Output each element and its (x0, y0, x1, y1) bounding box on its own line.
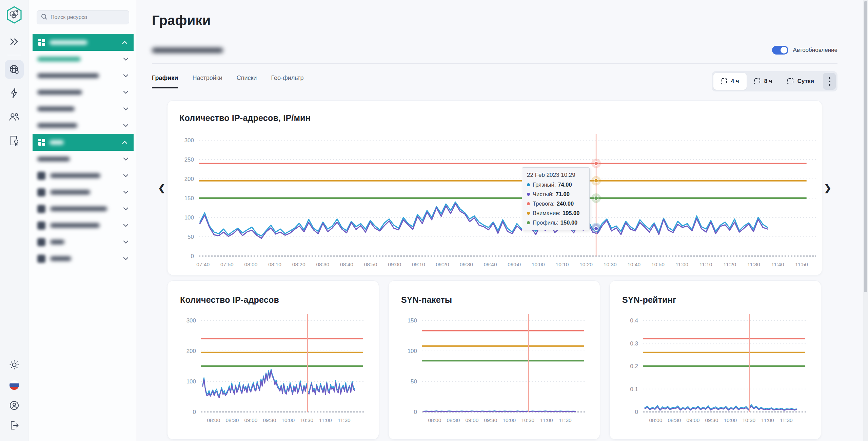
svg-text:10:30: 10:30 (604, 261, 617, 267)
redacted-resource-name (37, 157, 70, 161)
svg-text:09:00: 09:00 (686, 417, 699, 423)
svg-text:08:00: 08:00 (207, 417, 220, 423)
svg-text:50: 50 (411, 378, 417, 385)
scrollbar-thumb[interactable] (864, 1, 867, 292)
svg-text:0: 0 (414, 409, 417, 415)
resource-item[interactable] (28, 217, 136, 234)
chevron-down-icon[interactable] (123, 157, 129, 161)
svg-text:11:00: 11:00 (319, 417, 332, 423)
chevron-down-icon[interactable] (123, 240, 129, 244)
resource-item[interactable] (28, 101, 136, 117)
window-scrollbar[interactable] (863, 0, 868, 441)
chevron-up-icon[interactable] (122, 41, 127, 44)
syn-rating-chart-plot[interactable]: 0.40.30.20.1008:0008:3009:0009:3010:0010… (610, 281, 822, 440)
chevron-down-icon[interactable] (123, 207, 129, 211)
syn-packets-chart-plot[interactable]: 15010050008:0008:3009:0009:3010:0010:301… (389, 281, 600, 440)
tooltip-row: Чистый:71.00 (527, 191, 585, 197)
nav-resources-globe-icon[interactable] (5, 60, 24, 79)
search-input[interactable] (51, 14, 125, 20)
chevron-up-icon[interactable] (122, 141, 127, 144)
chevron-down-icon[interactable] (123, 107, 129, 111)
redacted-resource-name (50, 240, 64, 244)
resource-group-header[interactable] (33, 34, 134, 51)
ip-count-chart-card: Количество IP-адресов 300200100008:0008:… (167, 280, 379, 440)
expand-sidebar-icon[interactable] (9, 37, 19, 47)
resource-item[interactable] (28, 167, 136, 184)
svg-text:10:00: 10:00 (532, 261, 545, 267)
series-dot-icon (527, 183, 530, 186)
main-content: Графики Автообновление Графики Настройки… (136, 0, 868, 441)
chart-scroll-left-icon[interactable]: ❮ (158, 184, 165, 192)
kaspersky-logo-icon (6, 6, 22, 25)
chevron-down-icon[interactable] (123, 174, 129, 177)
range-select-icon (754, 78, 760, 84)
resource-folder-icon (37, 205, 45, 213)
icon-rail (0, 0, 28, 441)
resource-item[interactable] (28, 151, 136, 167)
resource-item[interactable] (28, 250, 136, 267)
chevron-down-icon[interactable] (123, 57, 129, 61)
resource-item[interactable] (28, 184, 136, 201)
tooltip-row: Профиль:150.00 (527, 219, 585, 226)
resource-item[interactable] (28, 117, 136, 134)
redacted-resource-name (37, 107, 75, 111)
chevron-down-icon[interactable] (123, 90, 129, 94)
svg-text:09:30: 09:30 (484, 417, 497, 423)
nav-reports-certificate-icon[interactable] (5, 131, 24, 150)
svg-text:150: 150 (184, 195, 194, 202)
svg-text:09:00: 09:00 (465, 417, 478, 423)
redacted-resource-name (50, 223, 100, 228)
ip-count-chart-plot[interactable]: 300200100008:0008:3009:0009:3010:0010:30… (167, 281, 379, 440)
logout-icon[interactable] (9, 421, 19, 432)
resource-folder-icon (37, 222, 45, 230)
theme-sun-icon[interactable] (9, 360, 19, 371)
chevron-down-icon[interactable] (123, 124, 129, 127)
svg-text:08:00: 08:00 (428, 417, 441, 423)
redacted-resource-name (37, 90, 82, 94)
chevron-down-icon[interactable] (123, 257, 129, 260)
svg-text:09:20: 09:20 (436, 261, 449, 267)
autorefresh-label: Автообновление (793, 47, 837, 54)
tab-lists[interactable]: Списки (237, 75, 257, 88)
svg-text:10:20: 10:20 (579, 261, 593, 267)
svg-text:250: 250 (184, 156, 194, 163)
svg-text:100: 100 (186, 378, 196, 385)
svg-text:09:30: 09:30 (263, 417, 276, 423)
resource-item[interactable] (28, 84, 136, 101)
language-flag-ru-icon[interactable] (9, 380, 19, 392)
svg-text:0.4: 0.4 (630, 317, 638, 324)
nav-users-icon[interactable] (5, 107, 24, 126)
app-window: Графики Автообновление Графики Настройки… (0, 0, 868, 441)
svg-text:10:00: 10:00 (502, 417, 516, 423)
svg-text:0: 0 (191, 253, 194, 259)
tab-graphs[interactable]: Графики (152, 75, 178, 88)
nav-attacks-bolt-icon[interactable] (5, 84, 24, 103)
svg-text:08:10: 08:10 (268, 261, 281, 267)
autorefresh-toggle[interactable] (772, 46, 788, 55)
more-options-kebab-icon[interactable] (823, 73, 836, 90)
resource-item[interactable] (28, 201, 136, 217)
svg-text:10:00: 10:00 (281, 417, 295, 423)
time-range-8h[interactable]: 8 ч (747, 73, 780, 90)
resource-item[interactable] (28, 234, 136, 250)
resource-item[interactable] (28, 67, 136, 84)
chevron-down-icon[interactable] (123, 190, 129, 194)
chart-scroll-right-icon[interactable]: ❯ (824, 184, 831, 192)
chevron-down-icon[interactable] (123, 224, 129, 227)
account-user-icon[interactable] (9, 400, 19, 412)
tab-settings[interactable]: Настройки (192, 75, 222, 88)
resource-group-header[interactable] (33, 134, 134, 151)
resource-search[interactable] (37, 10, 129, 24)
resource-item[interactable] (28, 51, 136, 67)
svg-text:11:00: 11:00 (675, 261, 688, 267)
svg-text:0.2: 0.2 (630, 363, 638, 370)
svg-text:08:30: 08:30 (316, 261, 329, 267)
tab-geofilter[interactable]: Гео-фильтр (271, 75, 303, 88)
time-range-4h[interactable]: 4 ч (713, 73, 747, 90)
header-divider (152, 63, 837, 64)
chevron-down-icon[interactable] (123, 74, 129, 78)
svg-text:10:40: 10:40 (627, 261, 640, 267)
time-range-day[interactable]: Сутки (780, 73, 822, 90)
redacted-resource-name (50, 173, 100, 178)
main-chart-plot[interactable]: 30025020015010050007:4007:5008:0008:1008… (167, 101, 823, 276)
